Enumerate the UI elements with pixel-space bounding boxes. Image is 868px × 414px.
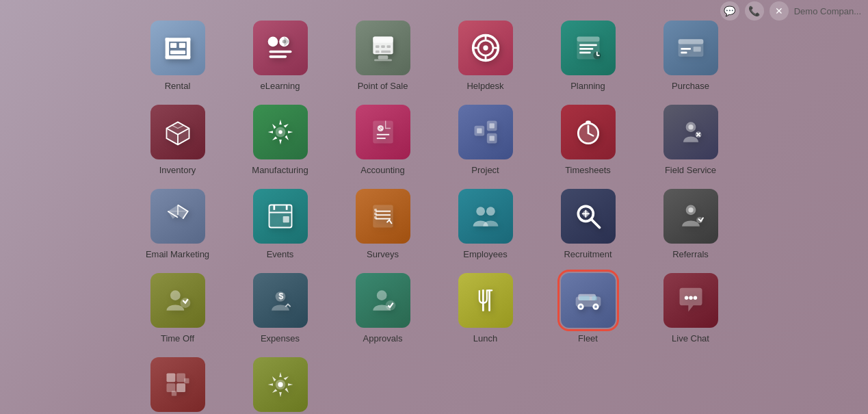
svg-point-83 xyxy=(486,207,495,216)
pos-icon xyxy=(356,21,410,75)
helpdesk-icon xyxy=(458,21,513,75)
elearning-icon xyxy=(253,21,308,75)
svg-rect-115 xyxy=(176,383,185,392)
livechat-icon xyxy=(663,273,718,328)
svg-rect-40 xyxy=(681,48,691,50)
project-icon xyxy=(458,105,513,159)
svg-rect-2 xyxy=(186,38,190,57)
timeoff-icon xyxy=(150,273,205,328)
pos-label: Point of Sale xyxy=(358,81,408,91)
app-blocks[interactable] xyxy=(137,357,219,414)
apps-grid: Rental eLearning Point of Sale Helpdesk … xyxy=(130,14,739,414)
app-project[interactable]: Project xyxy=(445,105,527,175)
app-inventory[interactable]: Inventory xyxy=(137,105,219,175)
svg-rect-21 xyxy=(378,55,388,60)
expenses-label: Expenses xyxy=(261,333,300,344)
svg-rect-15 xyxy=(376,39,391,42)
app-lunch[interactable]: Lunch xyxy=(445,273,527,344)
close-icon[interactable]: ✕ xyxy=(770,1,789,21)
svg-rect-113 xyxy=(176,374,185,383)
svg-rect-56 xyxy=(489,123,494,128)
employees-label: Employees xyxy=(463,249,507,259)
blocks-icon xyxy=(150,357,205,412)
app-settings[interactable] xyxy=(239,357,321,414)
timeoff-label: Time Off xyxy=(161,333,194,344)
app-elearning[interactable]: eLearning xyxy=(239,21,321,91)
svg-rect-55 xyxy=(477,129,482,133)
expenses-icon: $ xyxy=(253,273,308,328)
svg-rect-6 xyxy=(170,51,185,55)
svg-rect-81 xyxy=(374,216,377,219)
app-approvals[interactable]: Approvals xyxy=(342,273,424,344)
svg-rect-4 xyxy=(170,43,176,48)
app-fieldservice[interactable]: Field Service xyxy=(650,105,732,175)
app-emailmarketing[interactable]: Email Marketing xyxy=(137,189,219,259)
app-accounting[interactable]: Accounting xyxy=(342,105,424,175)
app-recruitment[interactable]: Recruitment xyxy=(547,189,629,259)
svg-rect-108 xyxy=(579,296,590,300)
company-name: Demo Compan... xyxy=(794,6,861,16)
referrals-label: Referrals xyxy=(672,249,709,259)
app-employees[interactable]: Employees xyxy=(445,189,527,259)
app-fleet[interactable]: Fleet xyxy=(547,273,629,344)
svg-rect-22 xyxy=(374,60,392,62)
svg-rect-114 xyxy=(166,383,175,392)
emailmarketing-icon xyxy=(150,189,205,244)
svg-point-109 xyxy=(684,296,688,300)
svg-rect-3 xyxy=(165,55,190,60)
app-surveys[interactable]: Surveys xyxy=(342,189,424,259)
recruitment-icon xyxy=(561,189,616,244)
purchase-icon xyxy=(663,21,718,75)
app-timesheets[interactable]: Timesheets xyxy=(547,105,629,175)
svg-point-111 xyxy=(693,296,697,300)
svg-rect-9 xyxy=(269,51,291,53)
svg-rect-20 xyxy=(381,51,391,53)
lunch-icon xyxy=(458,273,513,328)
svg-rect-1 xyxy=(165,38,169,57)
events-label: Events xyxy=(267,249,294,259)
app-planning[interactable]: Planning xyxy=(547,21,629,91)
svg-rect-41 xyxy=(681,52,687,54)
svg-rect-0 xyxy=(165,38,190,42)
accounting-label: Accounting xyxy=(360,165,404,175)
app-referrals[interactable]: Referrals xyxy=(650,189,732,259)
fieldservice-icon xyxy=(663,105,718,159)
app-manufacturing[interactable]: Manufacturing xyxy=(239,105,321,175)
svg-rect-79 xyxy=(374,209,377,211)
svg-point-64 xyxy=(688,125,693,129)
surveys-icon xyxy=(356,189,410,244)
app-purchase[interactable]: Purchase xyxy=(650,21,732,91)
project-label: Project xyxy=(471,165,499,175)
svg-line-85 xyxy=(591,220,599,228)
app-rental[interactable]: Rental xyxy=(137,21,219,91)
fleet-icon xyxy=(561,273,616,328)
svg-rect-32 xyxy=(579,44,597,47)
inventory-label: Inventory xyxy=(159,165,196,175)
svg-rect-16 xyxy=(376,45,380,48)
livechat-label: Live Chat xyxy=(672,333,709,344)
top-bar: 💬 📞 ✕ Demo Compan... xyxy=(720,0,868,22)
phone-icon[interactable]: 📞 xyxy=(745,1,764,21)
employees-icon xyxy=(458,189,513,244)
svg-point-82 xyxy=(476,207,485,216)
app-timeoff[interactable]: Time Off xyxy=(137,273,219,344)
svg-rect-112 xyxy=(166,374,175,383)
fleet-label: Fleet xyxy=(578,333,598,344)
app-livechat[interactable]: Live Chat xyxy=(650,273,732,344)
rental-label: Rental xyxy=(165,81,191,91)
app-expenses[interactable]: $ Expenses xyxy=(239,273,321,344)
svg-rect-34 xyxy=(579,52,591,54)
svg-rect-31 xyxy=(577,37,599,42)
svg-point-119 xyxy=(278,382,282,387)
svg-rect-18 xyxy=(386,45,391,48)
recruitment-label: Recruitment xyxy=(564,249,611,259)
app-events[interactable]: Events xyxy=(239,189,321,259)
svg-point-96 xyxy=(376,290,386,300)
approvals-label: Approvals xyxy=(363,333,403,344)
svg-rect-42 xyxy=(693,47,700,51)
inventory-icon xyxy=(150,105,205,159)
svg-rect-17 xyxy=(381,45,385,48)
svg-rect-116 xyxy=(184,378,189,383)
app-helpdesk[interactable]: Helpdesk xyxy=(445,21,527,91)
app-pos[interactable]: Point of Sale xyxy=(342,21,424,91)
